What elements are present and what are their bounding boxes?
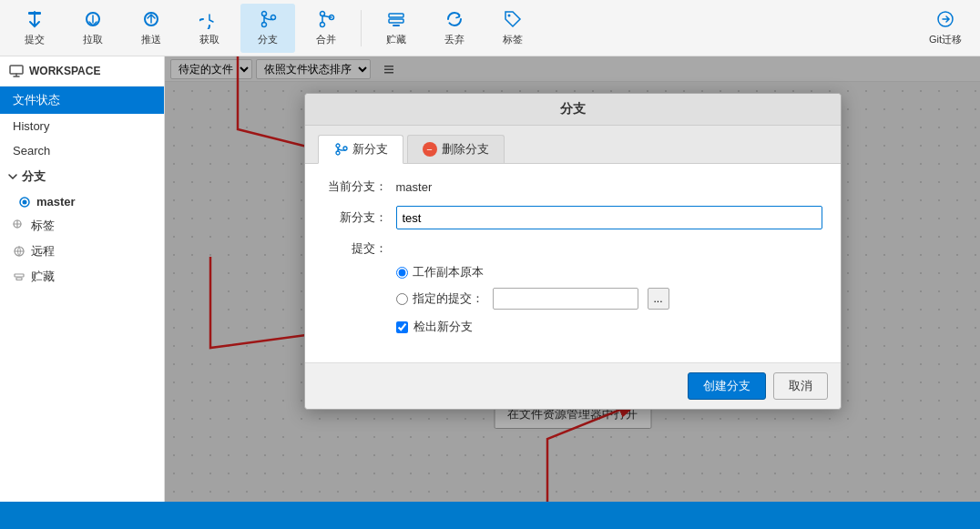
sidebar-tags[interactable]: 标签 (0, 213, 164, 239)
specific-commit-label[interactable]: 指定的提交： (396, 290, 484, 307)
sidebar-history[interactable]: History (0, 114, 164, 138)
merge-icon (316, 9, 336, 29)
toolbar: 提交 拉取 推送 获取 分支 (0, 0, 980, 56)
toolbar-pull[interactable]: 拉取 (66, 4, 120, 53)
tags-label: 标签 (31, 218, 55, 234)
search-label: Search (13, 144, 50, 158)
current-branch-row: 当前分支： master (323, 178, 822, 195)
toolbar-git-migrate[interactable]: Git迁移 (918, 4, 973, 53)
sidebar: WORKSPACE 文件状态 History Search 分支 master (0, 56, 165, 502)
discard-icon (444, 9, 464, 29)
delete-branch-icon: − (423, 142, 437, 157)
current-branch-value: master (396, 180, 433, 194)
new-branch-label: 新分支： (323, 209, 387, 226)
sidebar-branch-master[interactable]: master (0, 190, 164, 213)
sidebar-branch-section[interactable]: 分支 (0, 163, 164, 190)
modal-footer: 创建分支 取消 (305, 362, 841, 409)
branch-modal: 分支 新分支 − 删除分支 (304, 93, 842, 410)
new-branch-tab-icon (333, 142, 348, 157)
svg-rect-9 (389, 14, 403, 17)
svg-rect-20 (16, 278, 22, 280)
toolbar-stash[interactable]: 贮藏 (369, 4, 424, 53)
svg-rect-10 (389, 19, 403, 23)
working-copy-radio[interactable] (396, 267, 408, 279)
svg-point-12 (508, 15, 511, 17)
stash-label: 贮藏 (31, 269, 55, 285)
svg-point-6 (321, 12, 325, 16)
pull-icon (83, 9, 103, 29)
commit-icon (25, 9, 45, 29)
sidebar-search[interactable]: Search (0, 138, 164, 163)
toolbar-fetch[interactable]: 获取 (182, 4, 237, 53)
sidebar-stash[interactable]: 贮藏 (0, 264, 164, 290)
toolbar-merge-label: 合并 (316, 33, 336, 46)
status-bar (0, 502, 980, 529)
svg-rect-19 (15, 274, 24, 277)
specific-commit-radio[interactable] (396, 293, 408, 305)
main-layout: WORKSPACE 文件状态 History Search 分支 master (0, 56, 980, 502)
tag-sidebar-icon (13, 219, 26, 232)
svg-rect-14 (10, 66, 23, 74)
push-icon (141, 9, 161, 29)
working-copy-label[interactable]: 工作副本原本 (396, 264, 484, 280)
checkout-label[interactable]: 检出新分支 (413, 319, 473, 335)
svg-point-16 (23, 199, 27, 204)
modal-body: 当前分支： master 新分支： 提交： (305, 164, 841, 362)
toolbar-push[interactable]: 推送 (124, 4, 179, 53)
branch-section-label: 分支 (22, 168, 46, 185)
new-branch-row: 新分支： (323, 206, 822, 229)
toolbar-pull-label: 拉取 (83, 33, 103, 46)
svg-point-5 (271, 15, 276, 20)
working-copy-text: 工作副本原本 (413, 264, 484, 280)
sidebar-file-status[interactable]: 文件状态 (0, 86, 164, 114)
sidebar-remote[interactable]: 远程 (0, 239, 164, 264)
browse-button[interactable]: ... (648, 288, 669, 310)
stash-sidebar-icon (13, 270, 26, 283)
toolbar-branch-label: 分支 (258, 33, 278, 46)
new-branch-input[interactable] (396, 206, 822, 229)
commit-section: 提交： 工作副本原本 指定的提交： (323, 240, 822, 310)
chevron-down-icon (7, 171, 18, 182)
current-branch-label: 当前分支： (323, 178, 387, 195)
toolbar-tag-label: 标签 (503, 33, 523, 46)
create-branch-button[interactable]: 创建分支 (688, 372, 766, 400)
remote-icon (13, 245, 26, 258)
svg-rect-0 (28, 12, 41, 15)
toolbar-commit-label: 提交 (25, 33, 45, 46)
svg-point-3 (262, 12, 267, 16)
content-area: 待定的文件 依照文件状态排序 没什么可提交的 在文件资源管理器中打开 分支 (165, 56, 980, 502)
branch-icon (258, 9, 278, 29)
tab-new-branch-label: 新分支 (352, 141, 388, 158)
specific-commit-row: 指定的提交： ... (396, 288, 822, 310)
monitor-icon (9, 64, 24, 78)
working-copy-row: 工作副本原本 (396, 264, 822, 280)
svg-rect-11 (393, 25, 400, 26)
modal-title: 分支 (305, 94, 841, 126)
checkout-checkbox[interactable] (396, 321, 408, 333)
toolbar-stash-label: 贮藏 (386, 33, 406, 46)
specific-commit-input[interactable] (493, 288, 638, 310)
master-branch-label: master (36, 195, 76, 209)
stash-icon (386, 9, 406, 29)
toolbar-discard-label: 丢弃 (444, 33, 464, 46)
toolbar-fetch-label: 获取 (199, 33, 219, 46)
toolbar-tag[interactable]: 标签 (485, 4, 540, 53)
tag-icon (503, 9, 523, 29)
toolbar-branch[interactable]: 分支 (240, 4, 295, 53)
modal-tab-new-branch[interactable]: 新分支 (318, 135, 403, 164)
cancel-button[interactable]: 取消 (773, 372, 828, 400)
toolbar-merge[interactable]: 合并 (299, 4, 353, 53)
current-branch-dot-icon (18, 196, 31, 209)
toolbar-commit[interactable]: 提交 (7, 4, 62, 53)
modal-tabs: 新分支 − 删除分支 (305, 126, 841, 164)
remote-label: 远程 (31, 243, 55, 259)
git-migrate-icon (935, 9, 955, 29)
toolbar-discard[interactable]: 丢弃 (427, 4, 482, 53)
workspace-label: WORKSPACE (29, 65, 100, 77)
commit-label: 提交： (323, 240, 387, 257)
file-status-label: 文件状态 (13, 93, 60, 107)
modal-tab-delete-branch[interactable]: − 删除分支 (407, 135, 505, 163)
history-label: History (13, 119, 49, 133)
fetch-icon (199, 9, 219, 29)
modal-overlay: 分支 新分支 − 删除分支 (165, 56, 980, 502)
